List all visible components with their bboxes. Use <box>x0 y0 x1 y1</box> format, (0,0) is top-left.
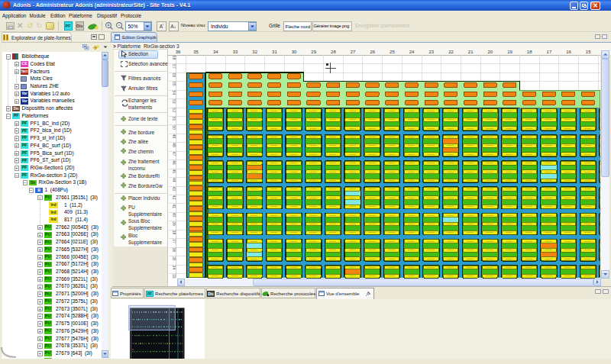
svg-text:46: 46 <box>172 160 176 165</box>
svg-text:32: 32 <box>252 50 257 54</box>
svg-text:35: 35 <box>172 256 176 261</box>
svg-text:15: 15 <box>586 50 591 54</box>
svg-text:55: 55 <box>172 82 176 86</box>
svg-text:35: 35 <box>193 50 199 54</box>
svg-text:43: 43 <box>172 186 176 191</box>
svg-text:52: 52 <box>172 108 176 112</box>
svg-text:31: 31 <box>272 50 277 54</box>
svg-text:56: 56 <box>172 73 176 78</box>
svg-text:36: 36 <box>176 50 181 54</box>
svg-text:54: 54 <box>172 90 176 95</box>
svg-text:22: 22 <box>448 50 454 54</box>
svg-text:47: 47 <box>172 152 176 156</box>
svg-text:48: 48 <box>172 143 176 147</box>
svg-text:34: 34 <box>213 50 218 54</box>
svg-text:41: 41 <box>172 204 176 208</box>
svg-text:45: 45 <box>172 169 176 173</box>
svg-text:19: 19 <box>507 50 512 54</box>
svg-text:57: 57 <box>172 64 176 69</box>
svg-text:27: 27 <box>351 50 356 54</box>
svg-text:34: 34 <box>172 265 176 269</box>
svg-text:42: 42 <box>172 195 176 200</box>
svg-text:58: 58 <box>172 56 176 60</box>
svg-text:17: 17 <box>547 50 552 54</box>
svg-text:23: 23 <box>428 50 434 54</box>
svg-text:25: 25 <box>390 50 395 54</box>
svg-text:37: 37 <box>172 239 176 243</box>
svg-text:53: 53 <box>172 99 176 104</box>
svg-text:28: 28 <box>331 50 336 54</box>
svg-text:50: 50 <box>172 125 176 130</box>
svg-text:33: 33 <box>233 50 238 54</box>
svg-text:29: 29 <box>311 50 316 54</box>
svg-text:40: 40 <box>172 213 176 217</box>
svg-text:44: 44 <box>172 178 176 182</box>
svg-text:26: 26 <box>370 50 375 54</box>
svg-text:49: 49 <box>172 134 176 139</box>
svg-text:38: 38 <box>172 230 176 235</box>
svg-text:20: 20 <box>487 50 493 54</box>
svg-text:33: 33 <box>172 274 176 279</box>
svg-text:51: 51 <box>172 117 176 121</box>
svg-text:30: 30 <box>292 50 297 54</box>
svg-text:39: 39 <box>172 221 176 226</box>
svg-text:36: 36 <box>172 248 176 253</box>
svg-text:21: 21 <box>468 50 474 54</box>
svg-text:24: 24 <box>409 50 415 54</box>
svg-text:18: 18 <box>527 50 532 54</box>
svg-text:16: 16 <box>566 50 571 54</box>
